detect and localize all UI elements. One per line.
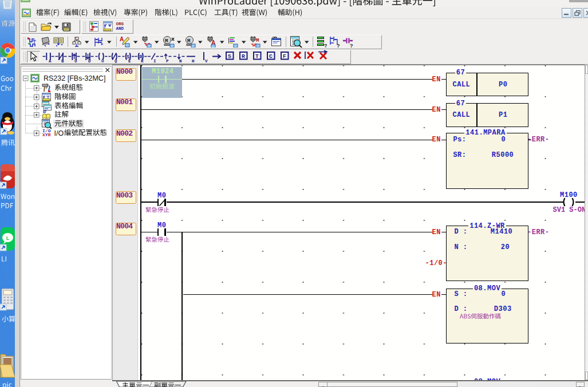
svg-text:H: H (192, 59, 195, 63)
svg-text:?: ? (350, 43, 353, 48)
svg-text:A: A (49, 59, 52, 63)
svg-text:L: L (6, 235, 10, 241)
svg-text:F: F (283, 53, 286, 60)
svg-text:M: M (165, 38, 168, 44)
svg-text:S: S (228, 53, 231, 60)
svg-text:N: N (179, 59, 182, 63)
svg-text:?: ? (324, 43, 327, 48)
svg-text:R: R (141, 59, 144, 63)
svg-text:T: T (255, 53, 259, 60)
svg-text:A: A (120, 36, 124, 42)
svg-text:C: C (269, 53, 273, 60)
svg-text:I: I (153, 59, 156, 63)
svg-text:Q: Q (115, 59, 117, 63)
svg-text:O: O (101, 59, 104, 63)
svg-text:?: ? (337, 43, 340, 48)
svg-text:M: M (187, 38, 190, 44)
svg-text:B: B (61, 59, 64, 63)
svg-text:M: M (256, 38, 259, 44)
svg-text:V: V (205, 59, 208, 63)
svg-text:E: E (128, 59, 131, 63)
svg-text:D: D (88, 59, 91, 63)
svg-text:U: U (74, 59, 77, 63)
svg-text:P: P (166, 59, 169, 63)
svg-text:R: R (242, 53, 245, 60)
